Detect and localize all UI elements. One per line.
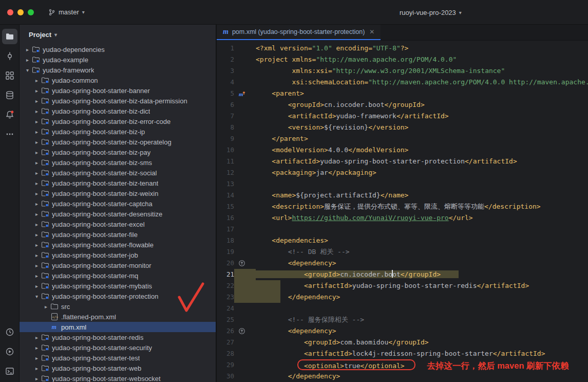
chevron-right-icon[interactable]: ▸ bbox=[33, 335, 41, 340]
tree-item-yudao-spring-boot-starter-job[interactable]: ▸yudao-spring-boot-starter-job bbox=[20, 250, 216, 260]
chevron-right-icon[interactable]: ▸ bbox=[33, 160, 41, 166]
code-line[interactable]: 5m <parent> bbox=[217, 88, 588, 99]
code-line[interactable]: 7 <artifactId>yudao-framework</artifactI… bbox=[217, 111, 588, 122]
code-line[interactable]: 29 <optional>true</optional>去掉这一行，然后 mav… bbox=[217, 359, 588, 371]
tree-item-yudao-spring-boot-starter-biz-sms[interactable]: ▸yudao-spring-boot-starter-biz-sms bbox=[20, 157, 216, 168]
code-line[interactable]: 10 <modelVersion>4.0.0</modelVersion> bbox=[217, 144, 588, 156]
project-tool-button[interactable] bbox=[2, 29, 17, 44]
tree-item-yudao-spring-boot-starter-security[interactable]: ▸yudao-spring-boot-starter-security bbox=[20, 342, 216, 353]
chevron-right-icon[interactable]: ▸ bbox=[33, 78, 41, 83]
tree-item-yudao-spring-boot-starter-biz-tenant[interactable]: ▸yudao-spring-boot-starter-biz-tenant bbox=[20, 178, 216, 188]
close-window-button[interactable] bbox=[7, 9, 13, 15]
code-line[interactable]: 4 xsi:schemaLocation="http://maven.apach… bbox=[217, 77, 588, 88]
code-line[interactable]: 26 <dependency> bbox=[217, 325, 588, 337]
tree-item-yudao-spring-boot-starter-monitor[interactable]: ▸yudao-spring-boot-starter-monitor bbox=[20, 260, 216, 270]
editor-tab-pom-xml[interactable]: m pom.xml (yudao-spring-boot-starter-pro… bbox=[217, 25, 381, 40]
code-line[interactable]: 20 <dependency> bbox=[217, 258, 588, 269]
code-line[interactable]: 6 <groupId>cn.iocoder.boot</groupId> bbox=[217, 99, 588, 111]
code-line[interactable]: 16 <url>https://github.com/YunaiV/ruoyi-… bbox=[217, 212, 588, 224]
dep-gutter-icon[interactable] bbox=[237, 258, 247, 269]
chevron-right-icon[interactable]: ▸ bbox=[33, 129, 41, 135]
tree-item-yudao-spring-boot-starter-biz-error-code[interactable]: ▸yudao-spring-boot-starter-biz-error-cod… bbox=[20, 116, 216, 126]
code-line[interactable]: 14 <name>${project.artifactId}</name> bbox=[217, 190, 588, 201]
dep-gutter-icon[interactable] bbox=[237, 325, 247, 337]
tree-item-yudao-spring-boot-starter-test[interactable]: ▸yudao-spring-boot-starter-test bbox=[20, 353, 216, 363]
code-line[interactable]: 11 <artifactId>yudao-spring-boot-starter… bbox=[217, 156, 588, 167]
tree-item-yudao-example[interactable]: ▸yudao-example bbox=[20, 54, 216, 65]
chevron-right-icon[interactable]: ▸ bbox=[33, 201, 41, 207]
tree-item-yudao-spring-boot-starter-websocket[interactable]: ▸yudao-spring-boot-starter-websocket bbox=[20, 373, 216, 382]
tree-item-yudao-spring-boot-starter-excel[interactable]: ▸yudao-spring-boot-starter-excel bbox=[20, 219, 216, 229]
tree-item-yudao-spring-boot-starter-biz-social[interactable]: ▸yudao-spring-boot-starter-biz-social bbox=[20, 168, 216, 178]
zoom-window-button[interactable] bbox=[28, 9, 34, 15]
chevron-right-icon[interactable]: ▸ bbox=[33, 222, 41, 227]
code-line[interactable]: 1<?xml version="1.0" encoding="UTF-8"?> bbox=[217, 43, 588, 54]
tree-item-yudao-spring-boot-starter-biz-dict[interactable]: ▸yudao-spring-boot-starter-biz-dict bbox=[20, 106, 216, 116]
maven-gutter-icon[interactable]: m bbox=[237, 88, 247, 99]
tree-item-yudao-spring-boot-starter-redis[interactable]: ▸yudao-spring-boot-starter-redis bbox=[20, 332, 216, 342]
tree-item-yudao-spring-boot-starter-captcha[interactable]: ▸yudao-spring-boot-starter-captcha bbox=[20, 198, 216, 209]
tree-item-yudao-spring-boot-starter-biz-pay[interactable]: ▸yudao-spring-boot-starter-biz-pay bbox=[20, 147, 216, 157]
chevron-right-icon[interactable]: ▸ bbox=[33, 252, 41, 258]
more-tool-button[interactable] bbox=[2, 126, 17, 142]
history-tool-button[interactable] bbox=[2, 324, 17, 340]
code-line[interactable]: 19 <!-- DB 相关 --> bbox=[217, 246, 588, 258]
chevron-down-icon[interactable]: ▾ bbox=[24, 67, 31, 73]
code-line[interactable]: 3 xmlns:xsi="http://www.w3.org/2001/XMLS… bbox=[217, 65, 588, 77]
chevron-right-icon[interactable]: ▸ bbox=[33, 119, 41, 124]
code-line[interactable]: 18 <dependencies> bbox=[217, 235, 588, 246]
code-line[interactable]: 15 <description>服务保证，提供分布式锁、幂等、限流、熔断等等功能… bbox=[217, 201, 588, 212]
tree-item-yudao-spring-boot-starter-desensitize[interactable]: ▸yudao-spring-boot-starter-desensitize bbox=[20, 209, 216, 219]
tree-item-yudao-common[interactable]: ▸yudao-common bbox=[20, 75, 216, 85]
chevron-right-icon[interactable]: ▸ bbox=[33, 283, 41, 289]
tree-item-yudao-spring-boot-starter-protection[interactable]: ▾yudao-spring-boot-starter-protection bbox=[20, 291, 216, 301]
database-tool-button[interactable] bbox=[2, 87, 17, 103]
tree-item-.flattened-pom.xml[interactable]: </>.flattened-pom.xml bbox=[20, 312, 216, 322]
tree-item-yudao-spring-boot-starter-biz-weixin[interactable]: ▸yudao-spring-boot-starter-biz-weixin bbox=[20, 188, 216, 198]
tree-item-pom.xml[interactable]: mpom.xml bbox=[20, 322, 216, 332]
chevron-right-icon[interactable]: ▸ bbox=[33, 108, 41, 114]
code-line[interactable]: 21 <groupId>cn.iocoder.boot</groupId> bbox=[217, 269, 588, 280]
project-name-widget[interactable]: ruoyi-vue-pro-2023 ▾ bbox=[400, 0, 462, 25]
tree-item-yudao-spring-boot-starter-biz-operatelog[interactable]: ▸yudao-spring-boot-starter-biz-operatelo… bbox=[20, 137, 216, 147]
minimize-window-button[interactable] bbox=[17, 9, 24, 15]
tree-item-yudao-framework[interactable]: ▾yudao-framework bbox=[20, 65, 216, 75]
code-line[interactable]: 13 bbox=[217, 178, 588, 190]
code-line[interactable]: 25 <!-- 服务保障相关 --> bbox=[217, 314, 588, 325]
tree-item-yudao-spring-boot-starter-web[interactable]: ▸yudao-spring-boot-starter-web bbox=[20, 363, 216, 373]
chevron-down-icon[interactable]: ▾ bbox=[33, 294, 41, 299]
project-panel-header[interactable]: Project ▾ bbox=[20, 25, 216, 44]
chevron-right-icon[interactable]: ▸ bbox=[33, 150, 41, 155]
chevron-right-icon[interactable]: ▸ bbox=[33, 211, 41, 217]
code-line[interactable]: 24 bbox=[217, 303, 588, 314]
tab-close-icon[interactable]: ✕ bbox=[369, 28, 374, 35]
tree-item-yudao-spring-boot-starter-mq[interactable]: ▸yudao-spring-boot-starter-mq bbox=[20, 270, 216, 281]
code-area[interactable]: 1<?xml version="1.0" encoding="UTF-8"?>2… bbox=[217, 41, 588, 382]
git-branch-widget[interactable]: master ▾ bbox=[44, 6, 89, 18]
tree-item-yudao-spring-boot-starter-banner[interactable]: ▸yudao-spring-boot-starter-banner bbox=[20, 85, 216, 96]
tree-item-yudao-spring-boot-starter-flowable[interactable]: ▸yudao-spring-boot-starter-flowable bbox=[20, 240, 216, 250]
structure-tool-button[interactable] bbox=[2, 68, 17, 83]
chevron-right-icon[interactable]: ▸ bbox=[33, 98, 41, 104]
chevron-right-icon[interactable]: ▸ bbox=[33, 263, 41, 268]
tree-item-src[interactable]: ▸src bbox=[20, 301, 216, 312]
chevron-right-icon[interactable]: ▸ bbox=[33, 170, 41, 176]
tree-item-yudao-spring-boot-starter-biz-ip[interactable]: ▸yudao-spring-boot-starter-biz-ip bbox=[20, 126, 216, 137]
chevron-right-icon[interactable]: ▸ bbox=[33, 273, 41, 279]
chevron-right-icon[interactable]: ▸ bbox=[42, 304, 50, 310]
commit-tool-button[interactable] bbox=[2, 48, 17, 64]
tree-item-yudao-dependencies[interactable]: ▸yudao-dependencies bbox=[20, 44, 216, 54]
run-tool-button[interactable] bbox=[2, 344, 17, 359]
chevron-right-icon[interactable]: ▸ bbox=[24, 57, 31, 63]
tree-item-yudao-spring-boot-starter-biz-data-permission[interactable]: ▸yudao-spring-boot-starter-biz-data-perm… bbox=[20, 96, 216, 106]
code-line[interactable]: 2<project xmlns="http://maven.apache.org… bbox=[217, 54, 588, 65]
code-line[interactable]: 22 <artifactId>yudao-spring-boot-starter… bbox=[217, 280, 588, 292]
code-line[interactable]: 27 <groupId>com.baomidou</groupId> bbox=[217, 337, 588, 348]
code-line[interactable]: 8 <version>${revision}</version> bbox=[217, 122, 588, 133]
notifications-tool-button[interactable] bbox=[2, 107, 17, 122]
chevron-right-icon[interactable]: ▸ bbox=[24, 47, 31, 52]
chevron-right-icon[interactable]: ▸ bbox=[33, 191, 41, 196]
chevron-right-icon[interactable]: ▸ bbox=[33, 139, 41, 145]
code-line[interactable]: 12 <packaging>jar</packaging> bbox=[217, 167, 588, 178]
code-line[interactable]: 30 </dependency> bbox=[217, 371, 588, 382]
